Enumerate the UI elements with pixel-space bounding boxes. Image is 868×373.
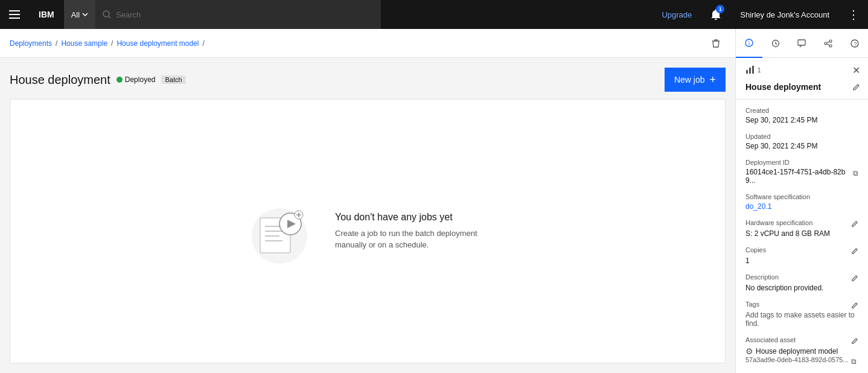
batch-badge: Batch — [161, 75, 185, 84]
breadcrumb-house-deployment-model[interactable]: House deployment model — [116, 39, 199, 48]
panel-tab-history[interactable] — [762, 29, 789, 58]
content-area: House deployment Deployed Batch New job … — [0, 58, 735, 373]
asset-id-copy-button[interactable]: ⧉ — [851, 357, 857, 366]
panel-chart-icon — [745, 65, 755, 75]
panel-tab-info[interactable]: i — [736, 29, 762, 58]
svg-line-13 — [827, 42, 829, 43]
panel-deployment-id-section: Deployment ID 16014ce1-157f-4751-a4db-82… — [745, 159, 858, 185]
panel-body: Created Sep 30, 2021 2:45 PM Updated Sep… — [736, 100, 868, 373]
svg-point-11 — [825, 42, 827, 45]
new-job-button[interactable]: New job + — [665, 68, 726, 92]
menu-button[interactable] — [0, 0, 29, 29]
main-layout: House deployment Deployed Batch New job … — [0, 58, 868, 373]
empty-state: You don't have any jobs yet Create a job… — [243, 195, 492, 267]
overflow-menu-button[interactable]: ⋮ — [839, 0, 868, 29]
panel-created-section: Created Sep 30, 2021 2:45 PM — [745, 107, 858, 124]
top-nav: IBM All Upgrade 1 Shirley de Jonk's Acco… — [0, 0, 868, 29]
delete-button[interactable] — [706, 34, 726, 53]
associated-asset-edit-button[interactable] — [851, 337, 858, 346]
status-dot — [116, 77, 123, 83]
panel-title-edit-button[interactable] — [849, 80, 863, 94]
associated-asset-row: ⚙ House deployment model — [745, 346, 858, 356]
hardware-spec-edit-button[interactable] — [851, 220, 858, 229]
search-bar[interactable] — [95, 0, 381, 29]
svg-rect-1 — [9, 14, 20, 15]
software-spec-link[interactable]: do_20.1 — [745, 202, 858, 211]
empty-state-text: You don't have any jobs yet Create a job… — [335, 212, 492, 251]
svg-rect-28 — [746, 70, 748, 74]
breadcrumb-deployments[interactable]: Deployments — [10, 39, 52, 48]
deployment-status: Deployed — [116, 75, 156, 84]
breadcrumb-toolbar: Deployments / House sample / House deplo… — [0, 29, 735, 58]
panel-hardware-spec-section: Hardware specification S: 2 vCPU and 8 G… — [745, 219, 858, 238]
copies-edit-button[interactable] — [851, 247, 858, 257]
search-dropdown[interactable]: All — [64, 0, 95, 29]
page-title-text: House deployment — [10, 73, 110, 87]
search-input[interactable] — [116, 10, 374, 19]
svg-rect-2 — [9, 18, 20, 19]
panel-updated-section: Updated Sep 30, 2021 2:45 PM — [745, 133, 858, 150]
svg-point-5 — [715, 19, 717, 21]
user-account-button[interactable]: Shirley de Jonk's Account — [730, 10, 839, 19]
notification-button[interactable]: 1 — [701, 0, 730, 29]
svg-rect-0 — [9, 10, 20, 11]
panel-tab-comment[interactable] — [789, 29, 815, 58]
panel-software-spec-section: Software specification do_20.1 — [745, 193, 858, 211]
svg-rect-30 — [752, 66, 754, 74]
svg-text:?: ? — [854, 41, 857, 47]
panel-description-section: Description No description provided. — [745, 273, 858, 292]
panel-associated-asset-section: Associated asset ⚙ House deployment mode… — [745, 336, 858, 366]
panel-close-button[interactable]: ✕ — [849, 63, 863, 77]
panel-title: House deployment — [745, 82, 849, 92]
svg-text:i: i — [748, 40, 750, 46]
page-title-area: House deployment Deployed Batch — [10, 73, 665, 87]
description-edit-button[interactable] — [851, 275, 858, 284]
breadcrumb-house-sample[interactable]: House sample — [61, 39, 107, 48]
svg-line-4 — [109, 16, 110, 18]
upgrade-button[interactable]: Upgrade — [652, 10, 701, 19]
asset-model-icon: ⚙ — [745, 346, 753, 356]
panel-tab-help[interactable]: ? — [841, 29, 868, 58]
panel-copies-section: Copies 1 — [745, 246, 858, 265]
brand-logo: IBM — [29, 10, 64, 19]
empty-state-description: Create a job to run the batch deployment… — [335, 228, 492, 251]
page-header: House deployment Deployed Batch New job … — [0, 58, 735, 99]
panel-tags-section: Tags Add tags to make assets easier to f… — [745, 301, 858, 328]
empty-state-illustration — [243, 195, 316, 267]
svg-rect-9 — [798, 40, 805, 45]
svg-point-10 — [829, 40, 832, 42]
notification-badge: 1 — [716, 5, 724, 13]
svg-point-12 — [829, 45, 832, 47]
panel-tab-share[interactable] — [815, 29, 841, 58]
deployment-id-copy-button[interactable]: ⧉ — [853, 169, 858, 177]
tags-edit-button[interactable] — [851, 302, 858, 311]
empty-state-container: You don't have any jobs yet Create a job… — [10, 99, 726, 363]
right-panel-tab-bar: i ? — [735, 29, 868, 58]
empty-state-heading: You don't have any jobs yet — [335, 212, 492, 223]
svg-rect-29 — [749, 68, 751, 74]
svg-line-14 — [827, 44, 829, 45]
right-panel: 1 ✕ House deployment Created Sep 30, 202… — [735, 58, 868, 373]
svg-point-3 — [103, 11, 109, 17]
